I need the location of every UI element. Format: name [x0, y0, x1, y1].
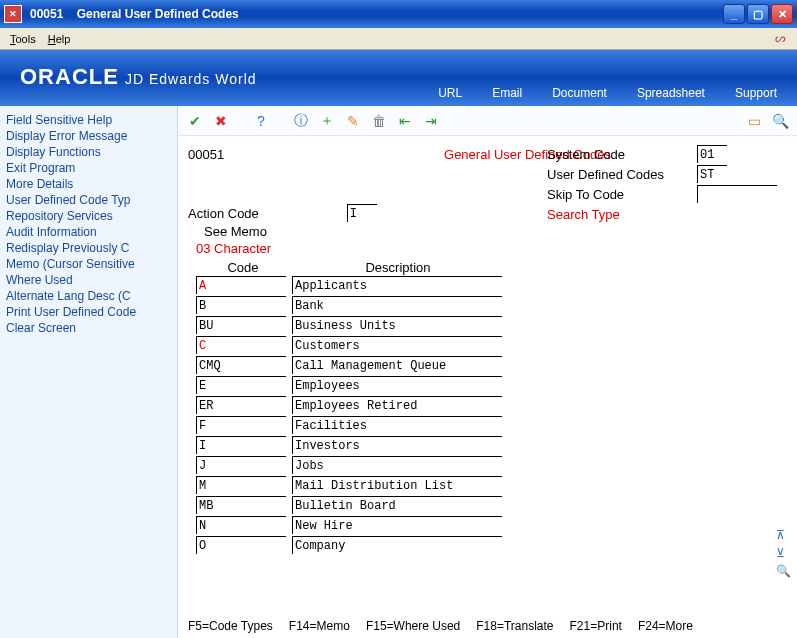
cell-code[interactable] [196, 336, 286, 354]
maximize-button[interactable]: ▢ [747, 4, 769, 24]
label-udc: User Defined Codes [547, 167, 697, 182]
cell-code[interactable] [196, 496, 286, 514]
col-code: Code [188, 260, 298, 275]
cell-desc[interactable] [292, 336, 502, 354]
input-udc[interactable] [697, 165, 727, 183]
cell-code[interactable] [196, 396, 286, 414]
form-area: 00051 General User Defined Codes System … [178, 136, 797, 614]
cell-desc[interactable] [292, 436, 502, 454]
window-buttons: _ ▢ ✕ [723, 4, 793, 24]
table-row [188, 535, 787, 555]
col-desc: Description [298, 260, 498, 275]
cell-desc[interactable] [292, 276, 502, 294]
edit-icon[interactable]: ✎ [342, 110, 364, 132]
cell-desc[interactable] [292, 416, 502, 434]
menu-tools[interactable]: Tools [4, 31, 42, 47]
sidebar: Field Sensitive HelpDisplay Error Messag… [0, 106, 178, 638]
cell-desc[interactable] [292, 396, 502, 414]
sidebar-item-2[interactable]: Display Functions [4, 144, 173, 160]
cell-code[interactable] [196, 356, 286, 374]
ok-icon[interactable]: ✔ [184, 110, 206, 132]
label-action-code: Action Code [188, 206, 259, 221]
scroll-up-icon[interactable]: ⊼ [776, 528, 791, 542]
sidebar-item-4[interactable]: More Details [4, 176, 173, 192]
cell-code[interactable] [196, 436, 286, 454]
cell-code[interactable] [196, 516, 286, 534]
cell-desc[interactable] [292, 316, 502, 334]
add-icon[interactable]: ＋ [316, 110, 338, 132]
oracle-logo: ORACLEJD Edwards World [20, 64, 257, 90]
cancel-icon[interactable]: ✖ [210, 110, 232, 132]
prev-icon[interactable]: ⇤ [394, 110, 416, 132]
toolbar: ✔ ✖ ? ⓘ ＋ ✎ 🗑 ⇤ ⇥ ▭ 🔍 [178, 106, 797, 136]
cell-code[interactable] [196, 376, 286, 394]
cell-code[interactable] [196, 276, 286, 294]
sidebar-item-12[interactable]: Print User Defined Code [4, 304, 173, 320]
sidebar-item-9[interactable]: Memo (Cursor Sensitive [4, 256, 173, 272]
app-icon: ✕ [4, 5, 22, 23]
menu-help[interactable]: Help [42, 31, 77, 47]
table-row [188, 395, 787, 415]
table-row [188, 315, 787, 335]
sidebar-item-10[interactable]: Where Used [4, 272, 173, 288]
cell-code[interactable] [196, 296, 286, 314]
cell-desc[interactable] [292, 516, 502, 534]
cell-code[interactable] [196, 416, 286, 434]
input-system-code[interactable] [697, 145, 727, 163]
cell-desc[interactable] [292, 536, 502, 554]
input-skip-to-code[interactable] [697, 185, 777, 203]
footer-item-0: F5=Code Types [188, 619, 273, 633]
banner: ORACLEJD Edwards World URL Email Documen… [0, 50, 797, 106]
cell-desc[interactable] [292, 376, 502, 394]
corner-icon: ᔕ [775, 31, 791, 47]
help-icon[interactable]: ? [250, 110, 272, 132]
sidebar-item-13[interactable]: Clear Screen [4, 320, 173, 336]
sidebar-item-6[interactable]: Repository Services [4, 208, 173, 224]
delete-icon[interactable]: 🗑 [368, 110, 390, 132]
sidebar-item-5[interactable]: User Defined Code Typ [4, 192, 173, 208]
sidebar-item-3[interactable]: Exit Program [4, 160, 173, 176]
next-icon[interactable]: ⇥ [420, 110, 442, 132]
nav-icons: ⊼ ⊻ 🔍 [776, 528, 791, 578]
link-spreadsheet[interactable]: Spreadsheet [637, 86, 705, 100]
cell-desc[interactable] [292, 456, 502, 474]
cell-desc[interactable] [292, 356, 502, 374]
minimize-button[interactable]: _ [723, 4, 745, 24]
cell-code[interactable] [196, 316, 286, 334]
table-row [188, 495, 787, 515]
link-email[interactable]: Email [492, 86, 522, 100]
cell-code[interactable] [196, 476, 286, 494]
sidebar-item-1[interactable]: Display Error Message [4, 128, 173, 144]
grid-header: Code Description [188, 260, 787, 275]
window-id: 00051 [30, 7, 63, 21]
sidebar-item-11[interactable]: Alternate Lang Desc (C [4, 288, 173, 304]
cell-desc[interactable] [292, 496, 502, 514]
cell-code[interactable] [196, 456, 286, 474]
table-row [188, 295, 787, 315]
table-row [188, 455, 787, 475]
link-document[interactable]: Document [552, 86, 607, 100]
link-support[interactable]: Support [735, 86, 777, 100]
content-area: ✔ ✖ ? ⓘ ＋ ✎ 🗑 ⇤ ⇥ ▭ 🔍 00051 General User… [178, 106, 797, 638]
sidebar-item-8[interactable]: Redisplay Previously C [4, 240, 173, 256]
table-row [188, 335, 787, 355]
zoom-icon[interactable]: 🔍 [776, 564, 791, 578]
cell-code[interactable] [196, 536, 286, 554]
cell-desc[interactable] [292, 296, 502, 314]
info-icon[interactable]: ⓘ [290, 110, 312, 132]
sidebar-item-7[interactable]: Audit Information [4, 224, 173, 240]
input-action-code[interactable] [347, 204, 377, 222]
link-url[interactable]: URL [438, 86, 462, 100]
table-row [188, 415, 787, 435]
close-button[interactable]: ✕ [771, 4, 793, 24]
scroll-down-icon[interactable]: ⊻ [776, 546, 791, 560]
search-icon[interactable]: 🔍 [769, 110, 791, 132]
table-row [188, 435, 787, 455]
label-search-type: Search Type [547, 207, 697, 222]
sidebar-item-0[interactable]: Field Sensitive Help [4, 112, 173, 128]
cell-desc[interactable] [292, 476, 502, 494]
note-icon[interactable]: ▭ [743, 110, 765, 132]
label-see-memo: See Memo [204, 224, 787, 239]
table-row [188, 515, 787, 535]
footer-item-4: F21=Print [570, 619, 622, 633]
